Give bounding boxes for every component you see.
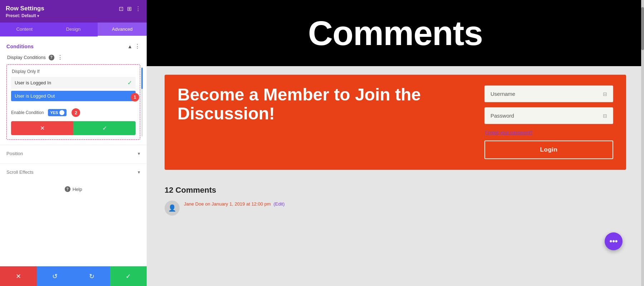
position-title: Position bbox=[6, 151, 23, 156]
comment-meta: Jane Doe on January 1, 2019 at 12:00 pm … bbox=[184, 201, 285, 207]
columns-icon[interactable]: ⊞ bbox=[127, 5, 132, 12]
scroll-effects-chevron-icon: ▾ bbox=[138, 169, 140, 175]
section-header-right: ▲ ⋮ bbox=[127, 43, 140, 50]
conditions-title: Conditions bbox=[6, 44, 34, 49]
password-icon: ⊟ bbox=[603, 113, 607, 119]
help-label[interactable]: Help bbox=[73, 187, 82, 192]
more-icon[interactable]: ⋮ bbox=[135, 5, 141, 12]
tab-design[interactable]: Design bbox=[49, 23, 98, 36]
tab-advanced[interactable]: Advanced bbox=[98, 23, 147, 36]
preset-caret: ▾ bbox=[37, 14, 39, 18]
enable-condition-area: Enable Condition YES 2 ✕ ✓ bbox=[11, 108, 136, 135]
condition-label-logged-in: User is Logged In bbox=[15, 80, 51, 85]
action-row: ✕ ✓ bbox=[11, 121, 136, 135]
password-placeholder: Password bbox=[491, 113, 514, 119]
comments-count: 12 Comments bbox=[165, 186, 626, 195]
condition-check-logged-in: ✓ bbox=[127, 79, 132, 86]
scrollbar-thumb bbox=[141, 68, 143, 89]
page-title: Comments bbox=[308, 14, 483, 53]
display-conditions-row: Display Conditions ? ⋮ bbox=[6, 54, 140, 61]
right-content: Comments Become a Member to Join the Dis… bbox=[147, 0, 644, 286]
panel-title: Row Settings bbox=[6, 5, 44, 12]
enable-condition-row: Enable Condition YES 2 bbox=[11, 108, 136, 117]
display-conditions-label: Display Conditions bbox=[7, 55, 46, 60]
forgot-password-area: Forgot your password? bbox=[484, 129, 613, 135]
tabs: Content Design Advanced bbox=[0, 23, 147, 36]
condition-item-logged-in[interactable]: User is Logged In ✓ bbox=[11, 77, 136, 89]
condition-2-wrapper: User is Logged Out 1 bbox=[11, 91, 136, 103]
preset-text[interactable]: Preset: Default ▾ bbox=[6, 13, 141, 18]
username-placeholder: Username bbox=[491, 91, 515, 97]
edit-link[interactable]: (Edit) bbox=[273, 201, 284, 207]
username-input[interactable]: Username ⊟ bbox=[484, 85, 613, 102]
close-button[interactable]: ✕ bbox=[0, 266, 37, 286]
header-icons: ⊡ ⊞ ⋮ bbox=[119, 5, 141, 12]
condition-label-logged-out: User is Logged Out bbox=[15, 93, 55, 99]
page-content: Become a Member to Join the Discussion! … bbox=[147, 66, 644, 186]
resize-icon[interactable]: ⊡ bbox=[119, 5, 123, 12]
forgot-password-link[interactable]: Forgot your password? bbox=[485, 130, 533, 135]
bottom-bar: ✕ ↺ ↻ ✓ bbox=[0, 266, 147, 286]
position-chevron-icon: ▾ bbox=[138, 151, 140, 156]
scroll-effects-section: Scroll Effects ▾ bbox=[0, 163, 147, 181]
page-header: Comments bbox=[147, 0, 644, 66]
scroll-effects-title: Scroll Effects bbox=[6, 169, 34, 175]
confirm-button[interactable]: ✓ bbox=[73, 121, 136, 135]
member-box: Become a Member to Join the Discussion! … bbox=[165, 75, 626, 170]
scrollbar-track bbox=[141, 68, 143, 137]
condition-badge-1: 1 bbox=[131, 93, 139, 102]
right-scrollbar[interactable] bbox=[641, 0, 644, 286]
condition-badge-2: 2 bbox=[72, 108, 80, 117]
section-kebab-icon[interactable]: ⋮ bbox=[135, 43, 140, 50]
conditions-section: Conditions ▲ ⋮ Display Conditions ? ⋮ Di… bbox=[0, 36, 147, 140]
tab-content[interactable]: Content bbox=[0, 23, 49, 36]
password-input[interactable]: Password ⊟ bbox=[484, 107, 613, 124]
toggle-circle bbox=[59, 110, 64, 115]
comments-section: 12 Comments 👤 Jane Doe on January 1, 201… bbox=[147, 186, 644, 216]
condition-item-logged-out[interactable]: User is Logged Out bbox=[11, 91, 136, 101]
avatar: 👤 bbox=[165, 201, 180, 216]
section-header: Conditions ▲ ⋮ bbox=[6, 43, 140, 50]
position-section: Position ▾ bbox=[0, 145, 147, 162]
member-heading: Become a Member to Join the Discussion! bbox=[177, 85, 470, 159]
help-icon[interactable]: ? bbox=[65, 186, 70, 192]
scroll-effects-header[interactable]: Scroll Effects ▾ bbox=[6, 164, 140, 181]
member-form: Username ⊟ Password ⊟ Forgot your passwo… bbox=[484, 85, 613, 159]
enable-condition-label: Enable Condition bbox=[11, 110, 44, 115]
cancel-button[interactable]: ✕ bbox=[11, 121, 73, 135]
panel-body: Conditions ▲ ⋮ Display Conditions ? ⋮ Di… bbox=[0, 36, 147, 266]
right-scrollbar-thumb bbox=[641, 7, 644, 50]
redo-button[interactable]: ↻ bbox=[73, 266, 110, 286]
position-section-header[interactable]: Position ▾ bbox=[6, 145, 140, 162]
left-panel: Row Settings ⊡ ⊞ ⋮ Preset: Default ▾ Con… bbox=[0, 0, 147, 286]
display-only-if-label: Display Only If bbox=[11, 69, 136, 74]
undo-button[interactable]: ↺ bbox=[37, 266, 74, 286]
conditions-box: Display Only If User is Logged In ✓ User… bbox=[6, 64, 140, 140]
toggle-yes-label: YES bbox=[50, 110, 58, 115]
comment-author-meta: Jane Doe on January 1, 2019 at 12:00 pm … bbox=[184, 201, 285, 207]
help-area: ? Help bbox=[0, 181, 147, 198]
login-button[interactable]: Login bbox=[484, 140, 613, 159]
fab-button[interactable]: ••• bbox=[605, 232, 623, 250]
display-conditions-kebab-icon[interactable]: ⋮ bbox=[57, 54, 63, 61]
username-icon: ⊟ bbox=[603, 91, 607, 97]
display-conditions-help-icon[interactable]: ? bbox=[49, 55, 54, 60]
enable-condition-toggle[interactable]: YES bbox=[48, 109, 67, 116]
comment-row: 👤 Jane Doe on January 1, 2019 at 12:00 p… bbox=[165, 201, 626, 216]
panel-header: Row Settings ⊡ ⊞ ⋮ Preset: Default ▾ bbox=[0, 0, 147, 23]
save-button[interactable]: ✓ bbox=[110, 266, 147, 286]
chevron-up-icon[interactable]: ▲ bbox=[127, 44, 132, 49]
